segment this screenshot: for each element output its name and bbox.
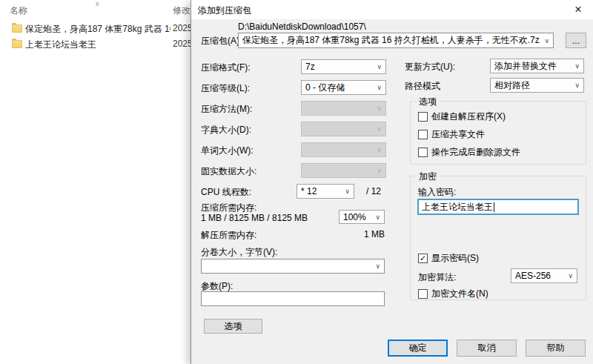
volume-size-label: 分卷大小，字节(V): bbox=[201, 246, 277, 259]
memory-compress-detail: 1 MB / 8125 MB / 8125 MB bbox=[201, 213, 308, 223]
chevron-down-icon: ∨ bbox=[375, 213, 380, 220]
cpu-threads-label: CPU 线程数: bbox=[201, 186, 251, 199]
encrypt-names-checkbox-row[interactable]: 加密文件名(N) bbox=[418, 288, 488, 300]
chevron-down-icon: ∨ bbox=[377, 84, 382, 91]
delete-after-label: 操作完成后删除源文件 bbox=[431, 146, 520, 159]
chevron-down-icon: ∨ bbox=[574, 82, 580, 89]
chevron-down-icon: ∨ bbox=[345, 188, 350, 195]
dialog-titlebar: 添加到压缩包 × bbox=[191, 0, 593, 19]
help-button[interactable]: 帮助 bbox=[526, 340, 586, 357]
archive-label: 压缩包(A) bbox=[201, 35, 239, 47]
delete-after-checkbox[interactable] bbox=[418, 148, 428, 157]
encrypt-names-checkbox[interactable] bbox=[418, 289, 428, 299]
encrypt-names-label: 加密文件名(N) bbox=[431, 288, 488, 300]
memory-decompress-value: 1 MB bbox=[339, 229, 385, 239]
level-value: 0 - 仅存储 bbox=[305, 82, 345, 94]
delete-after-checkbox-row[interactable]: 操作完成后删除源文件 bbox=[418, 146, 520, 158]
create-sfx-label: 创建自解压程序(X) bbox=[431, 110, 506, 123]
parameters-input[interactable] bbox=[201, 291, 385, 306]
volume-size-combobox[interactable]: ∨ bbox=[201, 259, 385, 274]
chevron-down-icon: ∨ bbox=[377, 63, 382, 70]
archive-path: D:\BaiduNetdiskDownload\1057\ bbox=[238, 21, 366, 32]
cpu-threads-select[interactable]: * 12 ∨ bbox=[296, 184, 354, 199]
column-header-modified[interactable]: 修改 bbox=[173, 4, 191, 17]
password-input[interactable]: 上老王论坛当老王 bbox=[417, 199, 579, 215]
compress-shared-checkbox[interactable] bbox=[418, 130, 428, 139]
chevron-down-icon: ∨ bbox=[375, 262, 380, 270]
update-mode-select[interactable]: 添加并替换文件 ∨ bbox=[490, 59, 584, 73]
method-label: 压缩方法(M): bbox=[201, 103, 252, 116]
path-mode-value: 相对路径 bbox=[494, 79, 530, 92]
dictionary-label: 字典大小(D): bbox=[201, 124, 251, 136]
level-select[interactable]: 0 - 仅存储 ∨ bbox=[301, 80, 386, 95]
archive-name-value: 保定炮圣，身高187 体重78kg 武器 16 持久打桩机，人妻杀手，无性不欢.… bbox=[242, 34, 540, 47]
dialog-title: 添加到压缩包 bbox=[198, 4, 251, 17]
memory-percent-value: 100% bbox=[343, 212, 366, 222]
password-label: 输入密码: bbox=[418, 186, 456, 199]
chevron-down-icon: ∨ bbox=[377, 105, 382, 112]
dictionary-select: ∨ bbox=[301, 122, 386, 136]
path-mode-select[interactable]: 相对路径 ∨ bbox=[490, 78, 584, 93]
show-password-label: 显示密码(S) bbox=[431, 252, 479, 265]
chevron-down-icon: ∨ bbox=[574, 62, 580, 70]
create-sfx-checkbox-row[interactable]: 创建自解压程序(X) bbox=[418, 110, 506, 122]
encryption-method-select[interactable]: AES-256 ∨ bbox=[511, 268, 577, 283]
cancel-button[interactable]: 取消 bbox=[457, 340, 517, 357]
browse-button[interactable]: ... bbox=[566, 33, 586, 48]
memory-decompress-label: 解压所需内存: bbox=[201, 229, 256, 242]
file-name: 上老王论坛当老王 bbox=[25, 39, 170, 51]
chevron-down-icon: ∨ bbox=[544, 36, 549, 44]
cpu-threads-value: * 12 bbox=[301, 186, 317, 196]
options-group: 选项 创建自解压程序(X) 压缩共享文件 操作完成后删除源文件 bbox=[410, 101, 586, 165]
compress-shared-label: 压缩共享文件 bbox=[431, 128, 485, 141]
encryption-group-title: 加密 bbox=[416, 171, 440, 183]
chevron-down-icon: ∨ bbox=[568, 272, 573, 279]
show-password-checkbox-row[interactable]: ✓ 显示密码(S) bbox=[418, 252, 479, 264]
format-value: 7z bbox=[305, 62, 315, 72]
add-to-archive-dialog: 添加到压缩包 × 压缩包(A) D:\BaiduNetdiskDownload\… bbox=[191, 0, 593, 364]
options-group-title: 选项 bbox=[416, 96, 440, 108]
cpu-threads-max: / 12 bbox=[366, 186, 381, 196]
solid-block-select: ∨ bbox=[301, 163, 386, 178]
archive-name-combobox[interactable]: 保定炮圣，身高187 体重78kg 武器 16 持久打桩机，人妻杀手，无性不欢.… bbox=[238, 33, 554, 48]
update-mode-label: 更新方式(U): bbox=[405, 61, 455, 73]
file-name: 保定炮圣，身高187 体重78kg 武器 16 ... bbox=[25, 23, 170, 36]
level-label: 压缩等级(L): bbox=[201, 82, 250, 95]
ok-button[interactable]: 确定 bbox=[388, 340, 448, 357]
encryption-method-label: 加密算法: bbox=[418, 271, 456, 284]
method-select: ∨ bbox=[301, 101, 386, 116]
screen: 名称 ∧ 修改 保定炮圣，身高187 体重78kg 武器 16 ... 2025… bbox=[0, 0, 593, 364]
file-date: 2025 bbox=[173, 23, 193, 33]
folder-icon bbox=[12, 40, 22, 48]
encryption-method-value: AES-256 bbox=[515, 271, 551, 281]
compress-shared-checkbox-row[interactable]: 压缩共享文件 bbox=[418, 128, 485, 140]
chevron-down-icon: ∨ bbox=[377, 167, 382, 174]
file-date: 2025 bbox=[173, 39, 193, 49]
column-header-name[interactable]: 名称 bbox=[10, 4, 27, 17]
options-button[interactable]: 选项 bbox=[204, 319, 262, 334]
update-mode-value: 添加并替换文件 bbox=[494, 60, 557, 73]
folder-icon bbox=[12, 24, 22, 33]
word-size-select: ∨ bbox=[301, 142, 386, 157]
encryption-group: 加密 输入密码: 上老王论坛当老王 ✓ 显示密码(S) 加密算法: AES-25… bbox=[410, 176, 586, 300]
sort-ascending-icon[interactable]: ∧ bbox=[95, 0, 100, 7]
show-password-checkbox[interactable]: ✓ bbox=[418, 254, 428, 263]
memory-percent-select[interactable]: 100% ∨ bbox=[339, 210, 385, 224]
password-value: 上老王论坛当老王 bbox=[422, 201, 493, 214]
text-caret bbox=[494, 202, 494, 212]
chevron-down-icon: ∨ bbox=[377, 125, 382, 133]
word-size-label: 单词大小(W): bbox=[201, 145, 254, 157]
solid-block-label: 固实数据大小: bbox=[201, 165, 256, 178]
path-mode-label: 路径模式 bbox=[405, 80, 440, 93]
format-label: 压缩格式(F): bbox=[201, 62, 251, 74]
close-icon[interactable]: × bbox=[563, 0, 593, 19]
chevron-down-icon: ∨ bbox=[377, 146, 382, 153]
create-sfx-checkbox[interactable] bbox=[418, 112, 428, 122]
format-select[interactable]: 7z ∨ bbox=[301, 59, 386, 74]
